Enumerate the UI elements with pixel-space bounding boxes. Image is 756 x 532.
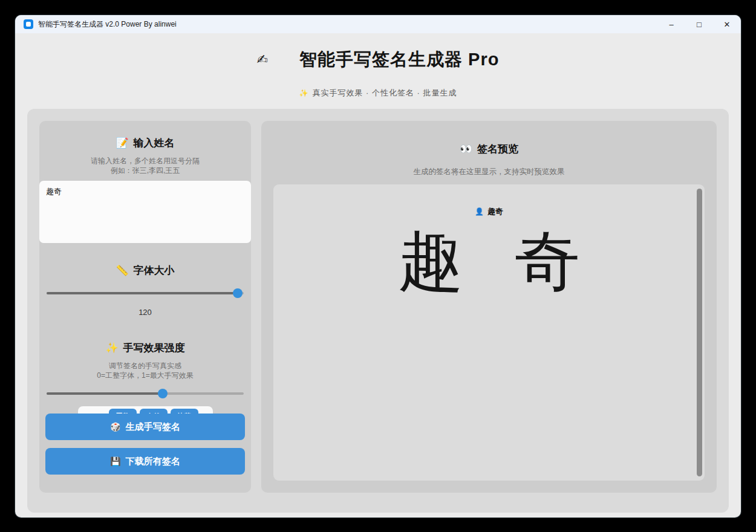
app-window: 智能手写签名生成器 v2.0 Power By alinwei – □ ✕ ✍ … — [15, 15, 741, 517]
preview-title-label: 签名预览 — [477, 142, 518, 156]
maximize-button[interactable]: □ — [685, 15, 713, 33]
name-input-title-label: 输入姓名 — [134, 136, 175, 150]
font-size-slider-fill — [47, 292, 238, 294]
download-all-button[interactable]: 💾 下载所有签名 — [45, 448, 245, 475]
app-icon — [24, 19, 33, 29]
generate-button-label: 生成手写签名 — [126, 421, 180, 433]
generate-signatures-button[interactable]: 🎲 生成手写签名 — [45, 414, 245, 440]
writing-hand-icon: ✍ — [257, 52, 268, 68]
font-size-slider[interactable] — [47, 288, 244, 298]
strength-help-line1: 调节签名的手写真实感 — [39, 361, 251, 371]
font-size-section-title: 📏 字体大小 — [39, 264, 251, 277]
strength-slider-fill — [47, 392, 163, 395]
name-input-help-line1: 请输入姓名，多个姓名用逗号分隔 — [39, 156, 251, 166]
strength-help-line2: 0=工整字体，1=最大手写效果 — [39, 371, 251, 380]
eyes-icon: 👀 — [460, 143, 472, 155]
preview-scrollbar-thumb[interactable] — [697, 189, 702, 476]
sparkles-icon: ✨ — [299, 89, 308, 97]
signature-preview-canvas: 👤 趣奇 趣奇 — [273, 184, 705, 481]
page-title: 智能手写签名生成器 Pro — [299, 48, 499, 72]
preview-help: 生成的签名将在这里显示，支持实时预览效果 — [261, 167, 717, 177]
strength-section-title: ✨ 手写效果强度 — [39, 341, 251, 355]
handwritten-signature: 趣奇 — [273, 225, 705, 297]
strength-slider[interactable] — [47, 389, 244, 398]
font-size-value: 120 — [39, 308, 251, 317]
window-controls: – □ ✕ — [657, 15, 741, 33]
memo-icon: 📝 — [116, 137, 128, 149]
input-panel: 📝 输入姓名 请输入姓名，多个姓名用逗号分隔 例如：张三,李四,王五 趣奇 📏 … — [39, 121, 251, 493]
person-icon: 👤 — [475, 207, 484, 216]
preview-section-title: 👀 签名预览 — [261, 142, 717, 156]
name-input-help: 请输入姓名，多个姓名用逗号分隔 例如：张三,李四,王五 — [39, 156, 251, 175]
dice-icon: 🎲 — [110, 422, 120, 432]
strength-help: 调节签名的手写真实感 0=工整字体，1=最大手写效果 — [39, 361, 251, 380]
signature-name-label: 👤 趣奇 — [273, 206, 705, 217]
titlebar: 智能手写签名生成器 v2.0 Power By alinwei – □ ✕ — [15, 15, 741, 33]
close-button[interactable]: ✕ — [713, 15, 741, 33]
main-content: 📝 输入姓名 请输入姓名，多个姓名用逗号分隔 例如：张三,李四,王五 趣奇 📏 … — [27, 109, 729, 513]
preview-panel: 👀 签名预览 生成的签名将在这里显示，支持实时预览效果 👤 趣奇 趣奇 — [261, 121, 717, 493]
name-input-help-line2: 例如：张三,李四,王五 — [39, 166, 251, 175]
name-input-section-title: 📝 输入姓名 — [39, 136, 251, 150]
minimize-button[interactable]: – — [657, 15, 685, 33]
font-size-title-label: 字体大小 — [134, 264, 175, 277]
window-title: 智能手写签名生成器 v2.0 Power By alinwei — [38, 19, 177, 30]
header: ✍ 智能手写签名生成器 Pro ✨ 真实手写效果 · 个性化签名 · 批量生成 — [15, 33, 741, 99]
signature-name-text: 趣奇 — [487, 206, 503, 217]
page-subtitle: 真实手写效果 · 个性化签名 · 批量生成 — [312, 88, 457, 99]
ruler-icon: 📏 — [116, 264, 128, 277]
sparkles-icon: ✨ — [105, 342, 118, 354]
font-size-slider-thumb[interactable] — [233, 288, 243, 298]
download-button-label: 下载所有签名 — [126, 456, 180, 467]
floppy-disk-icon: 💾 — [110, 456, 120, 466]
strength-title-label: 手写效果强度 — [123, 341, 185, 355]
strength-slider-thumb[interactable] — [158, 389, 168, 398]
names-input[interactable]: 趣奇 — [39, 181, 251, 243]
